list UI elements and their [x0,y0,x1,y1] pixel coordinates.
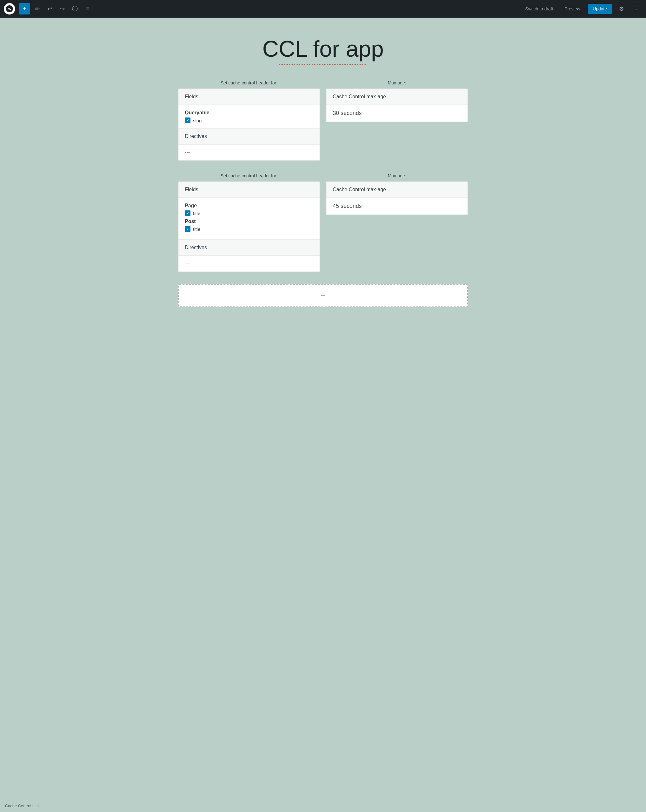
block-2-post-title-checkbox[interactable] [185,226,190,232]
block-1-dashes-row: --- [178,145,320,160]
block-1-left: Set cache-control header for: Fields Que… [178,80,320,161]
block-1-left-label: Set cache-control header for: [178,80,320,85]
block-2-maxage-header-label: Cache Control max-age [333,187,386,192]
block-1-directives-row: Directives [178,128,320,145]
block-2-maxage-card: Cache Control max-age 45 seconds [326,182,468,215]
block-1-directives-label: Directives [185,134,207,139]
title-underline [279,64,367,64]
switch-to-draft-button[interactable]: Switch to draft [521,5,557,13]
block-1-queryable-row: Queryable slug [178,105,320,128]
info-button[interactable]: ⓘ [69,3,81,14]
undo-button[interactable]: ↩ [44,3,55,14]
block-1: Set cache-control header for: Fields Que… [178,80,468,161]
block-1-slug-checkbox[interactable] [185,118,190,123]
block-2-page-title-checkbox-item: title [185,211,313,216]
block-1-maxage-value: 30 seconds [333,110,362,116]
redo-button[interactable]: ↪ [57,3,68,14]
block-1-card: Fields Queryable slug Directives --- [178,89,320,161]
block-1-dashes: --- [185,150,190,155]
preview-button[interactable]: Preview [561,5,584,13]
block-1-maxage-card: Cache Control max-age 30 seconds [326,89,468,122]
block-1-right: Max-age: Cache Control max-age 30 second… [326,80,468,122]
footer-text: Cache Control List [5,803,39,808]
block-2: Set cache-control header for: Fields Pag… [178,173,468,272]
block-2-directives-row: Directives [178,240,320,256]
main-content: CCL for app Set cache-control header for… [166,18,480,332]
block-2-card: Fields Page title Post [178,182,320,272]
block-2-left-label: Set cache-control header for: [178,173,320,178]
block-1-maxage-header-label: Cache Control max-age [333,94,386,99]
block-2-dashes: --- [185,261,190,266]
block-1-fields-row: Fields [178,89,320,105]
block-1-slug-checkbox-item: slug [185,118,313,123]
block-2-left: Set cache-control header for: Fields Pag… [178,173,320,272]
block-2-post-section: Post title [185,218,313,232]
block-2-post-title-checkbox-item: title [185,226,313,232]
block-2-fields-row: Fields [178,182,320,198]
toolbar-right: Switch to draft Preview Update ⚙ ⋮ [521,3,642,14]
block-2-page-title: Page [185,203,313,209]
block-2-maxage-value-row: 45 seconds [326,198,468,215]
block-2-maxage-header-row: Cache Control max-age [326,182,468,198]
block-1-maxage-value-row: 30 seconds [326,105,468,122]
block-2-page-title-label: title [193,211,200,216]
block-2-right: Max-age: Cache Control max-age 45 second… [326,173,468,215]
wp-logo[interactable] [4,3,15,14]
toolbar-left: + ✏ ↩ ↪ ⓘ ≡ [19,3,521,14]
page-title: CCL for app [178,37,468,61]
block-2-fields-label: Fields [185,187,198,192]
block-1-slug-label: slug [193,118,202,123]
block-2-page-section: Page title [185,203,313,216]
edit-button[interactable]: ✏ [32,3,43,14]
toolbar: + ✏ ↩ ↪ ⓘ ≡ Switch to draft Preview Upda… [0,0,646,18]
block-2-maxage-value: 45 seconds [333,203,362,209]
block-2-page-post-row: Page title Post title [178,198,320,240]
block-1-fields-label: Fields [185,94,198,99]
block-2-post-title-label: title [193,226,200,232]
block-1-right-label: Max-age: [326,80,468,85]
block-1-queryable-title: Queryable [185,110,313,116]
more-options-button[interactable]: ⋮ [631,3,642,14]
settings-button[interactable]: ⚙ [616,3,627,14]
block-2-right-label: Max-age: [326,173,468,178]
block-2-dashes-row: --- [178,256,320,272]
add-block-toolbar-button[interactable]: + [19,3,30,14]
block-2-directives-label: Directives [185,245,207,250]
block-2-post-title: Post [185,218,313,224]
update-button[interactable]: Update [588,4,612,14]
block-2-page-title-checkbox[interactable] [185,211,190,216]
block-1-maxage-header-row: Cache Control max-age [326,89,468,105]
list-view-button[interactable]: ≡ [82,3,93,14]
add-new-block-button[interactable]: + [178,284,468,307]
page-footer: Cache Control List [0,800,44,812]
